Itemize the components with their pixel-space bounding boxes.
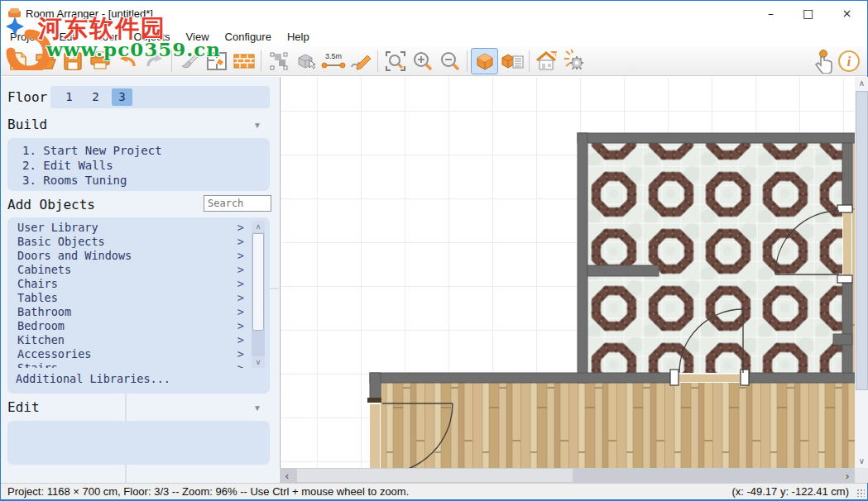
save-button[interactable]	[59, 48, 86, 74]
menu-objects[interactable]: Objects	[132, 29, 173, 45]
open-icon	[34, 50, 57, 72]
floor-tab-bar: 1 2 3	[50, 86, 270, 108]
zoom-in-button[interactable]	[409, 48, 436, 74]
measure-icon: 3.5m	[321, 50, 346, 72]
object-pick-button[interactable]	[292, 48, 319, 74]
category-basic-objects[interactable]: Basic Objects>	[7, 235, 249, 249]
chevron-right-icon: >	[237, 347, 244, 361]
minimize-button[interactable]: –	[752, 1, 789, 26]
redo-button[interactable]	[141, 48, 168, 74]
chevron-right-icon: >	[237, 263, 244, 277]
zoom-out-icon	[439, 50, 462, 73]
category-chairs[interactable]: Chairs>	[7, 277, 249, 291]
floor-tab-1[interactable]: 1	[59, 88, 79, 106]
select-objects-icon	[268, 50, 290, 72]
undo-button[interactable]	[113, 48, 141, 74]
build-step-2[interactable]: 2. Edit Walls	[22, 158, 113, 173]
vertical-scrollbar[interactable]: ∧ ∨	[855, 77, 868, 468]
object-list-scrollbar[interactable]: ∧ ∨	[252, 221, 265, 368]
floorplan-icon	[205, 50, 228, 72]
toolbar-right: i	[808, 46, 862, 76]
close-button[interactable]: ×	[828, 1, 866, 26]
scroll-left-icon[interactable]: ‹	[280, 468, 295, 483]
scroll-up-icon[interactable]: ∧	[252, 221, 265, 232]
menu-project[interactable]: Project	[7, 29, 46, 45]
resize-grip[interactable]	[856, 489, 865, 497]
category-tables[interactable]: Tables>	[7, 291, 249, 305]
menu-edit[interactable]: Edit	[56, 29, 79, 45]
house-3d-icon: 3D	[535, 50, 559, 73]
category-stairs[interactable]: Stairs>	[7, 361, 249, 368]
scrollbar-corner	[855, 468, 868, 483]
scroll-down-icon[interactable]: ∨	[855, 455, 868, 468]
toolbar-separator	[529, 50, 530, 72]
edit-panel	[7, 421, 270, 465]
new-project-button[interactable]	[4, 48, 31, 74]
paintbrush-button[interactable]	[175, 48, 203, 74]
scroll-up-icon[interactable]: ∧	[855, 77, 868, 90]
print-button[interactable]	[86, 48, 113, 74]
scrollbar-thumb[interactable]	[252, 233, 264, 331]
vertical-scrollbar-thumb[interactable]	[856, 91, 868, 390]
draw-wall-button[interactable]	[347, 48, 374, 74]
zoom-all-icon	[384, 50, 407, 73]
scroll-down-icon[interactable]: ∨	[252, 356, 265, 368]
category-bedroom[interactable]: Bedroom>	[7, 319, 249, 333]
build-step-3[interactable]: 3. Rooms Tuning	[22, 173, 127, 188]
select-objects-button[interactable]	[265, 48, 292, 74]
additional-libraries-link[interactable]: Additional Libraries...	[16, 372, 170, 385]
category-kitchen[interactable]: Kitchen>	[7, 333, 249, 347]
floor-tab-3[interactable]: 3	[112, 88, 132, 106]
info-button[interactable]: i	[835, 48, 862, 74]
wall-stub	[367, 398, 381, 403]
view-3d-list-button[interactable]	[498, 48, 525, 74]
search-input[interactable]	[204, 195, 271, 212]
category-bathroom[interactable]: Bathroom>	[7, 305, 249, 319]
new-project-icon	[7, 50, 29, 72]
category-doors-windows[interactable]: Doors and Windows>	[7, 249, 249, 263]
floor-plan-canvas[interactable]	[280, 77, 855, 468]
build-section-title: Build	[7, 117, 47, 132]
menu-help[interactable]: Help	[285, 29, 312, 45]
wall-button[interactable]	[230, 48, 257, 74]
menu-bar: Project Edit Floor Objects View Configur…	[1, 26, 867, 46]
zoom-all-button[interactable]	[381, 48, 409, 74]
horizontal-scrollbar[interactable]: ‹ ›	[280, 468, 855, 483]
build-collapse-button[interactable]: ▼	[251, 120, 264, 131]
floor-tab-2[interactable]: 2	[85, 88, 106, 106]
zoom-out-button[interactable]	[436, 48, 463, 74]
print-icon	[89, 50, 112, 72]
view-3d-button[interactable]	[471, 48, 498, 74]
house-3d-button[interactable]: 3D	[533, 48, 560, 74]
category-user-library[interactable]: User Library>	[7, 221, 249, 235]
floor-label: Floor	[7, 89, 47, 105]
status-bar: Project: 1168 × 700 cm, Floor: 3/3 -- Zo…	[1, 483, 867, 499]
scroll-right-icon[interactable]: ›	[840, 468, 855, 483]
category-accessories[interactable]: Accessories>	[7, 347, 249, 361]
build-step-1[interactable]: 1. Start New Project	[22, 143, 162, 158]
touch-pointer-button[interactable]	[808, 48, 835, 74]
title-bar[interactable]: Room Arranger - [untitled*] – □ ×	[1, 1, 867, 26]
object-categories-panel: User Library> Basic Objects> Doors and W…	[7, 217, 270, 394]
walkthrough-icon	[563, 50, 586, 73]
menu-configure[interactable]: Configure	[223, 29, 274, 45]
category-cabinets[interactable]: Cabinets>	[7, 263, 249, 277]
toolbar: 3.5m 3D	[1, 46, 867, 76]
edit-collapse-button[interactable]: ▼	[251, 403, 264, 414]
floorplan-button[interactable]	[203, 48, 230, 74]
measure-button[interactable]: 3.5m	[319, 48, 347, 74]
save-icon	[62, 50, 84, 72]
menu-view[interactable]: View	[184, 29, 212, 45]
draw-wall-icon	[349, 50, 372, 72]
menu-floor[interactable]: Floor	[91, 29, 121, 45]
status-project-info: Project: 1168 × 700 cm, Floor: 3/3 -- Zo…	[7, 485, 409, 498]
open-button[interactable]	[31, 48, 59, 74]
app-icon	[7, 7, 22, 19]
walkthrough-button[interactable]	[560, 48, 587, 74]
paintbrush-icon	[179, 50, 200, 72]
horizontal-scrollbar-thumb[interactable]	[297, 469, 573, 482]
window-title: Room Arranger - [untitled*]	[26, 7, 153, 20]
chevron-right-icon: >	[237, 221, 244, 235]
wall-icon	[233, 50, 256, 72]
maximize-button[interactable]: □	[789, 1, 827, 26]
